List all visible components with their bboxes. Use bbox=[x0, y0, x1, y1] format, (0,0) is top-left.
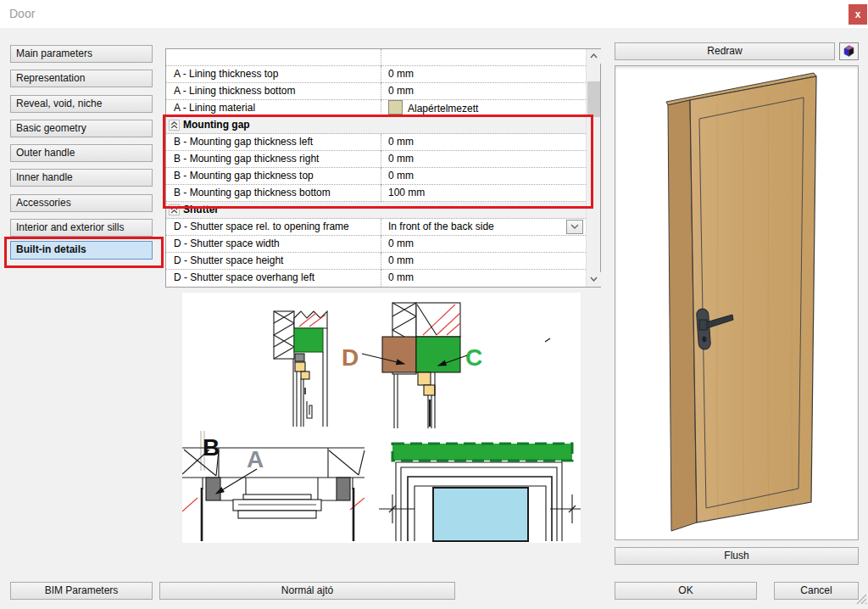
table-row: D - Shutter space overhang left 0 mm bbox=[166, 270, 586, 287]
resize-grip-icon[interactable] bbox=[854, 591, 867, 608]
section-row-shutter[interactable]: Shutter bbox=[166, 202, 586, 219]
param-value[interactable]: 0 mm bbox=[382, 270, 586, 287]
param-name: B - Mounting gap thickness right bbox=[166, 151, 381, 168]
param-name: B - Mounting gap thickness left bbox=[166, 134, 381, 151]
diagram-label-d: D bbox=[342, 344, 359, 371]
dropdown-value[interactable]: In front of the back side bbox=[382, 219, 586, 236]
param-name: D - Shutter space width bbox=[166, 236, 381, 253]
redraw-button[interactable]: Redraw bbox=[615, 42, 835, 60]
table-row: A - Lining thickness bottom 0 mm bbox=[166, 83, 586, 100]
titlebar: Door x bbox=[0, 0, 868, 28]
diagram-label-c: C bbox=[465, 344, 482, 371]
sidebar-item-inner-handle[interactable]: Inner handle bbox=[10, 169, 153, 187]
sidebar-item-interior-exterior-sills[interactable]: Interior and exterior sills bbox=[10, 219, 153, 237]
chevron-down-icon[interactable] bbox=[566, 220, 583, 234]
param-value[interactable]: Alapértelmezett bbox=[382, 100, 586, 117]
scrollbar-thumb[interactable] bbox=[587, 81, 600, 117]
sidebar-item-accessories[interactable]: Accessories bbox=[10, 194, 153, 212]
sidebar-item-outer-handle[interactable]: Outer handle bbox=[10, 144, 153, 162]
3d-view-icon[interactable] bbox=[839, 42, 859, 60]
param-value[interactable]: 0 mm bbox=[382, 134, 586, 151]
parameter-table: A - Lining thickness top 0 mm A - Lining… bbox=[165, 48, 601, 288]
param-value[interactable]: 0 mm bbox=[382, 66, 586, 83]
sidebar-item-representation[interactable]: Representation bbox=[10, 70, 153, 87]
cancel-button[interactable]: Cancel bbox=[774, 582, 859, 600]
section-row-mounting-gap[interactable]: Mounting gap bbox=[166, 117, 586, 134]
scroll-up-icon[interactable] bbox=[587, 49, 601, 64]
param-value[interactable]: 0 mm bbox=[382, 253, 586, 270]
bim-parameters-button[interactable]: BIM Parameters bbox=[10, 582, 153, 600]
param-name: B - Mounting gap thickness top bbox=[166, 168, 381, 185]
sidebar-item-basic-geometry[interactable]: Basic geometry bbox=[10, 120, 153, 137]
table-row: D - Shutter space width 0 mm bbox=[166, 236, 586, 253]
door-3d-preview[interactable] bbox=[615, 65, 859, 540]
param-value[interactable]: 0 mm bbox=[382, 168, 586, 185]
param-name: D - Shutter space height bbox=[166, 253, 381, 270]
sidebar-item-main-parameters[interactable]: Main parameters bbox=[10, 45, 153, 63]
table-row: B - Mounting gap thickness top 0 mm bbox=[166, 168, 586, 185]
diagram-label-a: A bbox=[247, 446, 264, 472]
collapse-icon[interactable] bbox=[169, 120, 180, 131]
detail-diagram: D C B bbox=[182, 293, 581, 543]
param-name: A - Lining material bbox=[166, 100, 381, 117]
collapse-icon[interactable] bbox=[169, 204, 180, 215]
table-filler-row bbox=[166, 49, 586, 66]
ok-button[interactable]: OK bbox=[615, 582, 757, 600]
door-dialog: Door x Main parameters Representation Re… bbox=[0, 0, 868, 609]
param-name: A - Lining thickness bottom bbox=[166, 83, 381, 100]
param-value[interactable]: 0 mm bbox=[382, 83, 586, 100]
param-name: D - Shutter space overhang left bbox=[166, 270, 381, 287]
table-row: A - Lining thickness top 0 mm bbox=[166, 66, 586, 83]
sidebar-item-reveal-void-niche[interactable]: Reveal, void, niche bbox=[10, 95, 153, 113]
material-swatch[interactable] bbox=[388, 100, 403, 115]
detail-diagram-svg: D C B bbox=[182, 293, 581, 543]
param-value[interactable]: 0 mm bbox=[382, 236, 586, 253]
dialog-title: Door bbox=[9, 7, 35, 20]
scroll-down-icon[interactable] bbox=[587, 272, 601, 287]
table-row: B - Mounting gap thickness right 0 mm bbox=[166, 151, 586, 168]
param-value[interactable]: 100 mm bbox=[382, 185, 586, 202]
param-name: D - Shutter space rel. to opening frame bbox=[166, 219, 381, 236]
section-title: Shutter bbox=[183, 202, 219, 219]
section-title: Mounting gap bbox=[183, 117, 250, 134]
param-name: A - Lining thickness top bbox=[166, 66, 381, 83]
diagram-label-b: B bbox=[203, 434, 220, 461]
param-name: B - Mounting gap thickness bottom bbox=[166, 185, 381, 202]
table-row-material: A - Lining material Alapértelmezett bbox=[166, 100, 586, 117]
sidebar-item-built-in-details[interactable]: Built-in details bbox=[10, 241, 153, 260]
table-row-dropdown: D - Shutter space rel. to opening frame … bbox=[166, 219, 586, 236]
table-row: B - Mounting gap thickness left 0 mm bbox=[166, 134, 586, 151]
table-row: D - Shutter space height 0 mm bbox=[166, 253, 586, 270]
door-render bbox=[615, 66, 858, 539]
door-type-button[interactable]: Normál ajtó bbox=[159, 582, 455, 600]
table-scrollbar[interactable] bbox=[586, 49, 600, 287]
close-icon[interactable]: x bbox=[849, 4, 867, 25]
table-row: B - Mounting gap thickness bottom 100 mm bbox=[166, 185, 586, 202]
param-value[interactable]: 0 mm bbox=[382, 151, 586, 168]
flush-button[interactable]: Flush bbox=[615, 547, 859, 565]
